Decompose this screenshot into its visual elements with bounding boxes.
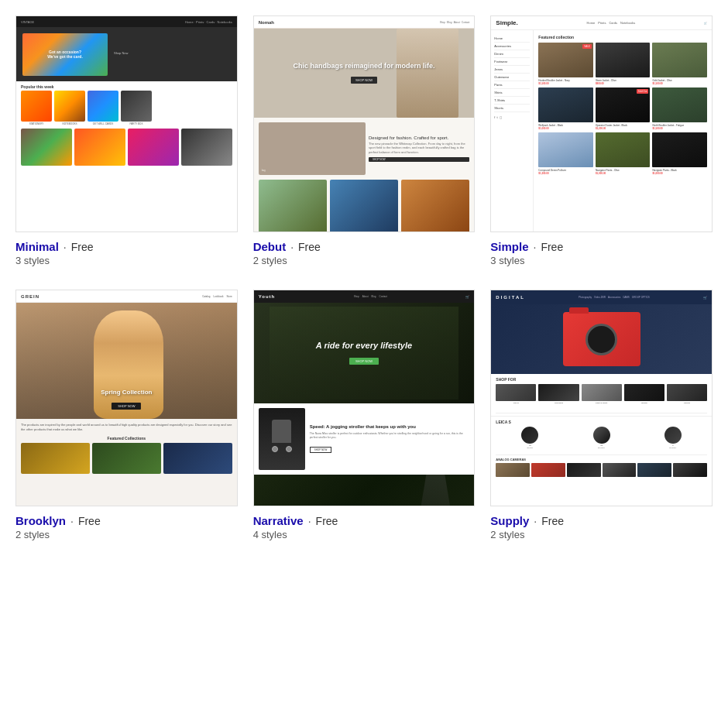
narrative-nav-1: Shop [354,295,359,298]
narrative-nav: Shop About Blog Contact [354,295,387,298]
narrative-logo: Youth [259,294,276,299]
narrative-bottom [254,475,475,506]
supply-leica-img-2 [593,427,610,444]
supply-leica-products: S2 $3,997 S3 $5,999+ S $2,999+ [496,427,707,449]
theme-preview-debut: Nomah Shop · Blog · About · Contact Chic… [253,15,476,232]
theme-preview-narrative: Youth Shop About Blog Contact 🛒 A ride f… [253,290,476,506]
simple-body: Home Accessories Denim Footwear Jeans Ou… [491,30,712,232]
minimal-card-label-1: STATIONERY [29,122,44,125]
supply-analog-cameras [496,463,707,477]
supply-leica-1: S2 $3,997 [496,427,564,449]
minimal-bottom-card-3 [128,129,179,166]
minimal-card-item-1: STATIONERY [21,91,52,125]
supply-product-name-2: Mirrorless [555,402,563,404]
debut-mid-right: Designed for fashion. Crafted for sport.… [369,122,469,175]
analog-cam-4 [603,463,637,477]
supply-product-4: Lenses [624,384,664,404]
theme-name-simple[interactable]: Simple [490,240,528,253]
supply-leica-img-1 [521,427,538,444]
supply-product-name-3: Point & Shoot [596,402,607,404]
minimal-bottom-card-2 [74,129,125,166]
simple-sale-badge-1: SALE [582,44,592,49]
simple-nav-cards: Cards [609,21,617,25]
brooklyn-hero-title: Spring Collection [16,389,237,396]
theme-card-simple: Simple. Home Prints Cards Notebooks 🛒 Ho… [490,15,713,266]
simple-product-img-6 [652,87,707,122]
simple-sidebar-outerwear: Outerwear [494,74,530,81]
theme-styles-narrative: 4 styles [253,529,476,540]
theme-price-narrative: Free [316,515,338,527]
simple-product-img-5: Sold Out [596,87,651,122]
narrative-stroller-icon [270,420,294,458]
simple-product-price-2: $800.00 [596,82,651,85]
minimal-card-label-2: NOTEBOOKS [62,122,77,125]
analog-cam-2 [531,463,565,477]
theme-title-row-brooklyn: Brooklyn · Free [15,514,238,527]
brooklyn-desc: The products are inspired by the people … [16,419,237,436]
supply-divider-2 [496,454,707,455]
narrative-stroller-section: Speed: A jogging stroller that keeps up … [254,403,475,475]
minimal-bottom-card-4 [181,129,232,166]
supply-leica-section: LEICA S S2 $3,997 S3 $5,999+ S [491,416,712,452]
supply-product-2: Mirrorless [538,384,579,404]
analog-cam-1 [496,463,530,477]
supply-camera-top [569,307,589,314]
theme-price-brooklyn: Free [78,515,101,527]
debut-bottom-img-2 [330,180,398,232]
debut-bottom [254,180,475,232]
theme-name-brooklyn[interactable]: Brooklyn [15,514,66,527]
themes-grid: VINTAGE Home · Prints · Cards · Notebook… [15,15,713,540]
simple-nav-home: Home [587,21,596,25]
narrative-stroller-btn: SHOP NOW [310,447,332,453]
supply-nav-video: Video-DSR [594,296,606,299]
simple-product-4: Wolfpack Jacket - Black $1,000.00 [538,87,593,130]
brooklyn-grid [16,443,237,474]
supply-nav-cams: CAMS [623,296,630,299]
theme-info-brooklyn: Brooklyn · Free 2 styles [15,514,238,540]
simple-sidebar-home: Home [494,35,530,43]
theme-name-debut[interactable]: Debut [253,240,287,253]
supply-header: DIGITAL Photography Video-DSR Accessorie… [491,290,712,304]
theme-card-narrative: Youth Shop About Blog Contact 🛒 A ride f… [253,290,476,540]
brooklyn-grid-item-2 [92,443,161,474]
supply-shop-for-title: SHOP FOR [496,377,707,382]
simple-social: f t ◻ [494,115,530,119]
narrative-hero: A ride for every lifestyle SHOP NOW [254,303,475,403]
supply-product-img-3 [582,384,622,401]
supply-product-name-4: Lenses [641,402,647,404]
simple-product-img-1: SALE [538,43,593,77]
theme-name-narrative[interactable]: Narrative [253,514,304,527]
minimal-card-item-3: GET WELL CARDS [88,91,118,125]
supply-product-name-5: Tripods [684,402,690,404]
debut-mid: bag Designed for fashion. Crafted for sp… [254,118,475,180]
simple-cart: 🛒 [704,22,707,25]
simple-product-price-4: $1,000.00 [538,127,593,130]
narrative-stroller-image [259,408,305,470]
brooklyn-nav-lookbook: Lookbook [213,295,223,298]
simple-product-price-1: $1,500.00 [538,82,593,85]
theme-sep-brooklyn: · [70,515,74,527]
theme-name-minimal[interactable]: Minimal [15,240,59,253]
simple-product-price-3: $1,500.00 [652,82,707,85]
simple-sidebar-footwear: Footwear [494,58,530,66]
minimal-logo: VINTAGE [21,20,34,24]
simple-sidebar-shirts: Shirts [494,89,530,97]
theme-name-supply[interactable]: Supply [490,514,529,527]
brooklyn-nav-store: Store [226,295,232,298]
narrative-wheel-right [286,446,292,452]
simple-sidebar-tshirts: T-Shirts [494,97,530,105]
supply-product-img-1 [496,384,536,401]
theme-title-row-debut: Debut · Free [253,240,476,253]
theme-preview-brooklyn: GREIN Catalog Lookbook Store Spring Coll… [15,290,238,506]
minimal-card-item-2: NOTEBOOKS [54,91,85,125]
debut-logo: Nomah [259,20,274,25]
analog-cam-6 [673,463,707,477]
minimal-hero-title: Shop Now [114,51,128,55]
debut-mid-title: Designed for fashion. Crafted for sport. [369,135,469,140]
simple-product-price-7: $1,300.00 [538,172,593,175]
narrative-stroller-wheels [270,446,294,452]
minimal-header: VINTAGE Home · Prints · Cards · Notebook… [16,16,237,27]
supply-analog-title: ANALOG CAMERAS [496,458,707,461]
minimal-section-title: Popular this week [16,81,237,91]
minimal-nav: Home · Prints · Cards · Notebooks [185,20,232,24]
